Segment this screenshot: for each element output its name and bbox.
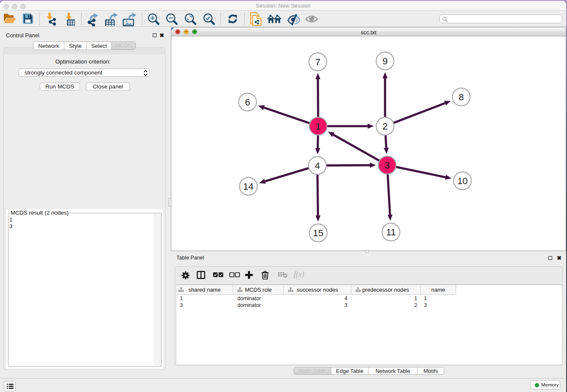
svg-text:10: 10 [457,176,468,186]
svg-text:11: 11 [386,227,396,237]
svg-text:8: 8 [459,92,464,102]
svg-text:4: 4 [315,160,320,171]
svg-text:14: 14 [243,181,253,192]
svg-text:7: 7 [315,57,320,67]
svg-text:15: 15 [313,228,323,238]
svg-text:2: 2 [383,121,388,132]
svg-text:3: 3 [385,160,390,171]
svg-text:9: 9 [383,56,388,66]
svg-text:1: 1 [316,121,321,132]
svg-text:6: 6 [245,97,250,108]
